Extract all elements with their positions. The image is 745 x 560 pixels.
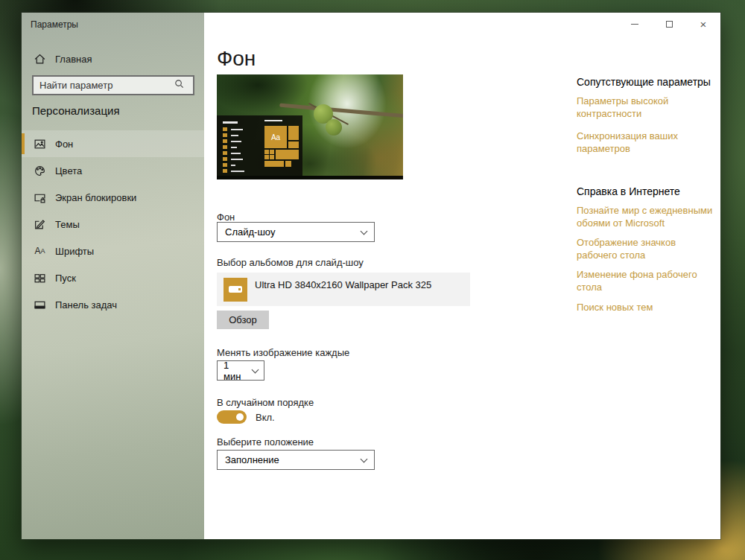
album-row[interactable]: Ultra HD 3840x2160 Wallpaper Pack 325	[217, 273, 470, 306]
tile	[270, 150, 274, 154]
rail-header-dash	[223, 121, 238, 124]
fonts-icon	[34, 245, 46, 258]
minimize-button[interactable]	[618, 13, 652, 35]
home-icon	[34, 53, 46, 66]
sidebar-item-start[interactable]: Пуск	[22, 264, 204, 291]
taskbar-preview	[217, 176, 403, 179]
rail-row	[223, 139, 244, 143]
rail-row	[223, 145, 244, 149]
rail-row	[223, 151, 244, 155]
settings-window: Параметры Главная Персонализация Фон	[21, 12, 721, 540]
tile	[264, 150, 269, 154]
sidebar-item-label: Экран блокировки	[55, 192, 136, 203]
close-icon: ×	[700, 19, 707, 30]
minimize-icon	[631, 24, 638, 25]
tile	[285, 161, 291, 167]
rail-row	[223, 169, 244, 173]
browse-button[interactable]: Обзор	[217, 311, 269, 329]
fit-label: Выберите положение	[217, 436, 314, 448]
image-icon	[34, 138, 46, 150]
background-dropdown[interactable]: Слайд-шоу	[217, 222, 375, 242]
album-label: Выбор альбомов для слайд-шоу	[217, 257, 364, 268]
sidebar: Параметры Главная Персонализация Фон	[22, 13, 204, 539]
start-layout-icon	[34, 272, 46, 284]
shuffle-toggle-row: Вкл.	[217, 410, 275, 424]
sidebar-item-background[interactable]: Фон	[22, 130, 204, 157]
rail-row	[223, 133, 244, 137]
tile	[288, 141, 299, 148]
sidebar-nav: Фон Цвета Экран блокировки Темы	[22, 130, 204, 318]
wallpaper-preview: Aa	[217, 74, 403, 179]
sidebar-item-lock-screen[interactable]: Экран блокировки	[22, 184, 204, 211]
tile	[288, 126, 299, 140]
web-help-title: Справка в Интернете	[577, 185, 717, 197]
tile	[264, 161, 284, 167]
maximize-button[interactable]	[652, 13, 686, 35]
start-menu-rail	[223, 121, 244, 175]
fit-dropdown-value: Заполнение	[225, 454, 279, 465]
chevron-down-icon	[361, 227, 368, 235]
link-change-background[interactable]: Изменение фона рабочего стола	[577, 268, 717, 293]
interval-dropdown-value: 1 мин	[224, 360, 247, 382]
taskbar-icon	[34, 299, 46, 311]
tiles-header-dash	[264, 120, 282, 121]
preview-acorn	[326, 119, 342, 136]
search-input[interactable]	[34, 80, 174, 91]
shuffle-label: В случайном порядке	[217, 397, 314, 408]
rail-row	[223, 163, 244, 167]
album-icon	[224, 278, 247, 302]
tile-aa: Aa	[264, 126, 287, 148]
interval-label: Менять изображение каждые	[217, 347, 349, 358]
sidebar-item-label: Цвета	[55, 165, 82, 176]
close-button[interactable]: ×	[686, 13, 720, 35]
link-sync-settings[interactable]: Синхронизация ваших параметров	[577, 130, 717, 155]
content-pane: × Фон	[204, 13, 720, 539]
tile	[264, 155, 269, 159]
shuffle-state: Вкл.	[256, 412, 275, 423]
right-column: Сопутствующие параметры Параметры высоко…	[577, 76, 717, 320]
interval-dropdown[interactable]: 1 мин	[217, 360, 264, 381]
link-daily-wallpapers[interactable]: Познайте мир с ежедневными обоями от Mic…	[577, 204, 717, 229]
background-label: Фон	[217, 211, 235, 223]
sidebar-item-taskbar[interactable]: Панель задач	[22, 291, 204, 318]
shuffle-toggle[interactable]	[217, 410, 247, 424]
tile	[270, 155, 274, 159]
toggle-knob	[236, 413, 244, 421]
maximize-icon	[666, 21, 673, 28]
sidebar-item-themes[interactable]: Темы	[22, 211, 204, 238]
themes-icon	[34, 218, 46, 231]
sidebar-item-label: Темы	[55, 219, 80, 230]
rail-row	[223, 157, 244, 161]
sidebar-item-home[interactable]: Главная	[22, 47, 204, 71]
start-menu-tiles: Aa	[264, 120, 299, 124]
tile	[276, 150, 299, 159]
album-name: Ultra HD 3840x2160 Wallpaper Pack 325	[255, 279, 431, 290]
search-box	[32, 75, 194, 95]
sidebar-home-label: Главная	[55, 54, 92, 65]
start-menu-preview: Aa	[217, 115, 302, 176]
lock-screen-icon	[34, 191, 46, 204]
link-desktop-icons[interactable]: Отображение значков рабочего стола	[577, 236, 717, 261]
sidebar-item-colors[interactable]: Цвета	[22, 157, 204, 184]
chevron-down-icon	[361, 455, 368, 462]
rail-row	[223, 127, 244, 131]
link-find-themes[interactable]: Поиск новых тем	[577, 301, 717, 314]
link-high-contrast[interactable]: Параметры высокой контрастности	[577, 95, 717, 120]
sidebar-item-label: Пуск	[55, 273, 76, 284]
sidebar-section-title: Персонализация	[32, 104, 120, 117]
sidebar-item-label: Фон	[55, 139, 73, 150]
background-dropdown-value: Слайд-шоу	[225, 226, 275, 238]
sidebar-item-fonts[interactable]: Шрифты	[22, 238, 204, 264]
window-title: Параметры	[31, 19, 78, 30]
sidebar-item-label: Шрифты	[55, 246, 94, 257]
sidebar-item-label: Панель задач	[55, 299, 117, 311]
fit-dropdown[interactable]: Заполнение	[217, 450, 375, 470]
window-controls: ×	[618, 13, 720, 35]
page-title: Фон	[217, 47, 256, 71]
chevron-down-icon	[252, 366, 259, 373]
palette-icon	[34, 165, 46, 177]
search-icon[interactable]	[174, 78, 188, 92]
related-settings-title: Сопутствующие параметры	[577, 76, 717, 88]
